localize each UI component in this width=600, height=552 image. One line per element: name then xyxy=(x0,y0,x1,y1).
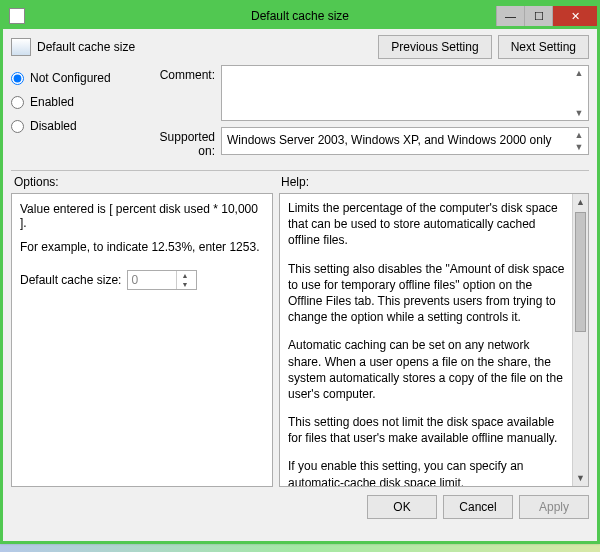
policy-icon xyxy=(11,38,31,56)
spinner-up-icon[interactable]: ▲ xyxy=(177,271,192,280)
comment-label: Comment: xyxy=(141,65,221,82)
dialog-window: Default cache size Default cache size Pr… xyxy=(0,0,600,544)
panes: Value entered is [ percent disk used * 1… xyxy=(11,193,589,487)
supported-value: Windows Server 2003, Windows XP, and Win… xyxy=(227,133,552,147)
help-pane: Limits the percentage of the computer's … xyxy=(280,194,572,486)
top-section: Not Configured Enabled Disabled Comment: xyxy=(11,65,589,164)
close-button[interactable] xyxy=(552,6,597,26)
comment-textarea[interactable]: ▲ ▼ xyxy=(221,65,589,121)
minimize-button[interactable] xyxy=(496,6,524,26)
pane-labels: Options: Help: xyxy=(11,175,589,189)
cache-size-input[interactable] xyxy=(128,271,176,289)
cache-size-row: Default cache size: ▲ ▼ xyxy=(20,270,264,290)
comment-scrollbar[interactable]: ▲ ▼ xyxy=(572,68,586,118)
options-text-line1: Value entered is [ percent disk used * 1… xyxy=(20,202,264,230)
previous-setting-button[interactable]: Previous Setting xyxy=(378,35,491,59)
client-area: Default cache size Previous Setting Next… xyxy=(3,29,597,527)
scroll-down-icon[interactable]: ▼ xyxy=(572,142,586,152)
scroll-up-icon[interactable]: ▲ xyxy=(573,194,588,210)
help-scrollbar[interactable]: ▲ ▼ xyxy=(572,194,588,486)
help-paragraph: Automatic caching can be set on any netw… xyxy=(288,337,566,402)
help-paragraph: If you enable this setting, you can spec… xyxy=(288,458,566,486)
nav-buttons: Previous Setting Next Setting xyxy=(378,35,589,59)
next-setting-button[interactable]: Next Setting xyxy=(498,35,589,59)
comment-row: Comment: ▲ ▼ xyxy=(141,65,589,121)
ok-button[interactable]: OK xyxy=(367,495,437,519)
supported-textbox: Windows Server 2003, Windows XP, and Win… xyxy=(221,127,589,155)
supported-label: Supported on: xyxy=(141,127,221,158)
state-radio-group: Not Configured Enabled Disabled xyxy=(11,65,141,164)
options-label: Options: xyxy=(11,175,273,189)
radio-not-configured-label: Not Configured xyxy=(30,71,111,85)
help-label: Help: xyxy=(273,175,589,189)
scroll-down-icon[interactable]: ▼ xyxy=(573,470,588,486)
radio-disabled-input[interactable] xyxy=(11,120,24,133)
header-row: Default cache size Previous Setting Next… xyxy=(11,35,589,59)
help-paragraph: Limits the percentage of the computer's … xyxy=(288,200,566,249)
options-pane: Value entered is [ percent disk used * 1… xyxy=(11,193,273,487)
radio-disabled[interactable]: Disabled xyxy=(11,119,141,133)
maximize-button[interactable] xyxy=(524,6,552,26)
system-icon xyxy=(9,8,25,24)
help-paragraph: This setting does not limit the disk spa… xyxy=(288,414,566,446)
scroll-thumb[interactable] xyxy=(575,212,586,332)
scroll-up-icon[interactable]: ▲ xyxy=(572,68,586,78)
page-title: Default cache size xyxy=(37,40,378,54)
supported-scrollbar[interactable]: ▲ ▼ xyxy=(572,130,586,152)
help-pane-wrap: Limits the percentage of the computer's … xyxy=(279,193,589,487)
radio-disabled-label: Disabled xyxy=(30,119,77,133)
apply-button[interactable]: Apply xyxy=(519,495,589,519)
help-paragraph: This setting also disables the "Amount o… xyxy=(288,261,566,326)
radio-not-configured[interactable]: Not Configured xyxy=(11,71,141,85)
radio-enabled-input[interactable] xyxy=(11,96,24,109)
title-bar[interactable]: Default cache size xyxy=(3,3,597,29)
scroll-up-icon[interactable]: ▲ xyxy=(572,130,586,140)
footer-buttons: OK Cancel Apply xyxy=(11,487,589,519)
radio-enabled-label: Enabled xyxy=(30,95,74,109)
divider xyxy=(11,170,589,171)
radio-not-configured-input[interactable] xyxy=(11,72,24,85)
radio-enabled[interactable]: Enabled xyxy=(11,95,141,109)
meta-column: Comment: ▲ ▼ Supported on: Windows Serve… xyxy=(141,65,589,164)
cache-size-label: Default cache size: xyxy=(20,273,121,287)
cache-size-spinner[interactable]: ▲ ▼ xyxy=(127,270,197,290)
cancel-button[interactable]: Cancel xyxy=(443,495,513,519)
supported-row: Supported on: Windows Server 2003, Windo… xyxy=(141,127,589,158)
spinner-buttons: ▲ ▼ xyxy=(176,271,192,289)
window-controls xyxy=(496,6,597,26)
spinner-down-icon[interactable]: ▼ xyxy=(177,280,192,289)
scroll-down-icon[interactable]: ▼ xyxy=(572,108,586,118)
options-text-line2: For example, to indicate 12.53%, enter 1… xyxy=(20,240,264,254)
